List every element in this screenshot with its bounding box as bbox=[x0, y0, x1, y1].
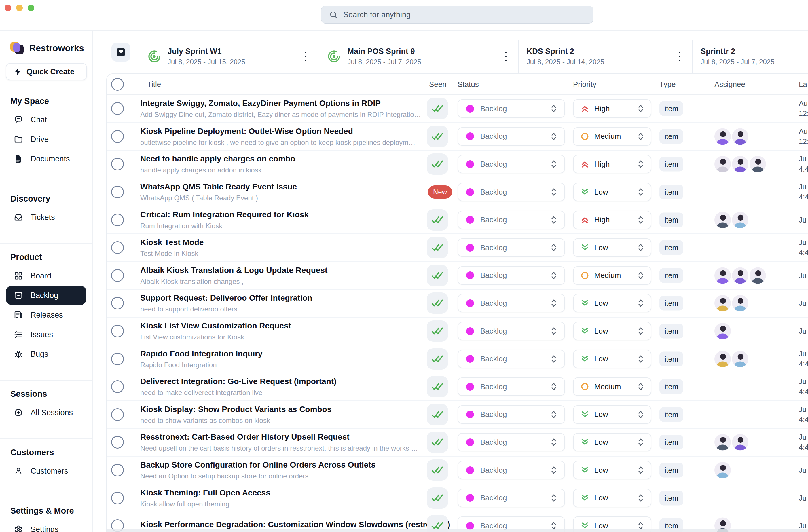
assignee-avatar[interactable] bbox=[732, 434, 748, 451]
assignee-avatar[interactable] bbox=[714, 267, 731, 283]
row-checkbox[interactable] bbox=[111, 492, 124, 505]
task-row[interactable]: Kiosk Pipeline Deployment: Outlet-Wise O… bbox=[107, 123, 808, 151]
priority-select[interactable]: Medium bbox=[573, 266, 651, 285]
row-checkbox[interactable] bbox=[111, 214, 124, 226]
sidebar-item-all-sessions[interactable]: All Sessions bbox=[6, 403, 86, 422]
status-select[interactable]: Backlog bbox=[458, 489, 565, 507]
status-select[interactable]: Backlog bbox=[458, 155, 565, 173]
status-select[interactable]: Backlog bbox=[458, 211, 565, 229]
status-select[interactable]: Backlog bbox=[458, 294, 565, 312]
assignee-avatar[interactable] bbox=[732, 267, 748, 283]
priority-select[interactable]: High bbox=[573, 99, 651, 118]
search-input[interactable]: Search for anything bbox=[321, 6, 593, 24]
row-checkbox[interactable] bbox=[111, 241, 124, 254]
close-window-button[interactable] bbox=[5, 5, 11, 11]
assignee-avatar[interactable] bbox=[714, 212, 731, 228]
assignee-avatar[interactable] bbox=[732, 156, 748, 172]
row-checkbox[interactable] bbox=[111, 464, 124, 476]
priority-select[interactable]: Low bbox=[573, 183, 651, 201]
task-row[interactable]: Integrate Swiggy, Zomato, EazyDiner Paym… bbox=[107, 95, 808, 123]
status-select[interactable]: Backlog bbox=[458, 183, 565, 201]
status-select[interactable]: Backlog bbox=[458, 99, 565, 118]
row-checkbox[interactable] bbox=[111, 325, 124, 337]
task-row[interactable]: Critical: Rum Integration Required for K… bbox=[107, 206, 808, 234]
assignee-avatar[interactable] bbox=[714, 434, 731, 451]
zoom-window-button[interactable] bbox=[27, 5, 34, 11]
assignee-avatar[interactable] bbox=[732, 351, 748, 367]
task-row[interactable]: Backup Store Configuration for Online Or… bbox=[107, 457, 808, 484]
sprint-section[interactable]: July Sprint W1 Jul 8, 2025 - Jul 15, 202… bbox=[139, 40, 318, 73]
task-row[interactable]: WhatsApp QMS Table Ready Event Issue Wha… bbox=[107, 179, 808, 206]
row-checkbox[interactable] bbox=[111, 380, 124, 393]
status-select[interactable]: Backlog bbox=[458, 238, 565, 257]
task-row[interactable]: Kiosk Display: Show Product Variants as … bbox=[107, 401, 808, 429]
assignee-avatar[interactable] bbox=[750, 267, 766, 283]
sidebar-item-documents[interactable]: Documents bbox=[6, 149, 86, 169]
priority-select[interactable]: Low bbox=[573, 405, 651, 424]
sprint-menu-button[interactable] bbox=[503, 50, 508, 63]
task-row[interactable]: Albaik Kiosk Translation & Logo Update R… bbox=[107, 262, 808, 290]
assignee-avatar[interactable] bbox=[750, 156, 766, 172]
sidebar-item-bugs[interactable]: Bugs bbox=[6, 344, 86, 364]
assignee-avatar[interactable] bbox=[732, 128, 748, 145]
sprint-section[interactable]: KDS Sprint 2 Jul 8, 2025 - Jul 14, 2025 bbox=[519, 40, 693, 73]
row-checkbox[interactable] bbox=[111, 186, 124, 198]
priority-select[interactable]: Low bbox=[573, 489, 651, 507]
priority-select[interactable]: Low bbox=[573, 294, 651, 312]
minimize-window-button[interactable] bbox=[16, 5, 23, 11]
priority-select[interactable]: High bbox=[573, 155, 651, 173]
assignee-avatar[interactable] bbox=[714, 295, 731, 311]
sidebar-item-customers[interactable]: Customers bbox=[6, 461, 86, 481]
task-row[interactable]: Deliverect Integration: Go-Live Request … bbox=[107, 373, 808, 401]
priority-select[interactable]: High bbox=[573, 211, 651, 229]
status-select[interactable]: Backlog bbox=[458, 266, 565, 285]
sidebar-item-releases[interactable]: Releases bbox=[6, 305, 86, 325]
priority-select[interactable]: Medium bbox=[573, 378, 651, 396]
sprint-section[interactable]: Sprinttr 2 Jul 8, 2025 - Jul 7, 2025 bbox=[693, 40, 808, 73]
sprint-menu-button[interactable] bbox=[677, 50, 682, 63]
assignee-avatar[interactable] bbox=[714, 323, 731, 340]
row-checkbox[interactable] bbox=[111, 102, 124, 115]
sidebar-item-settings[interactable]: Settings bbox=[6, 520, 86, 532]
assignee-avatar[interactable] bbox=[714, 462, 731, 478]
priority-select[interactable]: Low bbox=[573, 433, 651, 452]
assignee-avatar[interactable] bbox=[714, 128, 731, 145]
sprint-section[interactable]: Main POS Sprint 9 Jul 8, 2025 - Jul 7, 2… bbox=[318, 40, 518, 73]
assignee-avatar[interactable] bbox=[714, 156, 731, 172]
assignee-avatar[interactable] bbox=[714, 351, 731, 367]
select-all-checkbox[interactable] bbox=[111, 78, 124, 91]
sidebar-item-drive[interactable]: Drive bbox=[6, 130, 86, 149]
sidebar-item-backlog[interactable]: Backlog bbox=[6, 286, 86, 305]
quick-create-button[interactable]: Quick Create bbox=[6, 63, 87, 80]
status-select[interactable]: Backlog bbox=[458, 127, 565, 146]
task-row[interactable]: Rapido Food Integration Inquiry Rapido F… bbox=[107, 345, 808, 373]
priority-select[interactable]: Low bbox=[573, 238, 651, 257]
priority-select[interactable]: Low bbox=[573, 322, 651, 340]
status-select[interactable]: Backlog bbox=[458, 322, 565, 340]
status-select[interactable]: Backlog bbox=[458, 350, 565, 368]
sidebar-item-board[interactable]: Board bbox=[6, 266, 86, 286]
assignee-avatar[interactable] bbox=[732, 212, 748, 228]
task-row[interactable]: Need to handle apply charges on combo ha… bbox=[107, 150, 808, 179]
status-select[interactable]: Backlog bbox=[458, 405, 565, 424]
task-row[interactable]: Kiosk Test Mode Test Mode in Kiosk Backl… bbox=[107, 234, 808, 262]
row-checkbox[interactable] bbox=[111, 353, 124, 365]
view-toggle-button[interactable] bbox=[111, 42, 130, 61]
assignee-avatar[interactable] bbox=[732, 295, 748, 311]
row-checkbox[interactable] bbox=[111, 158, 124, 170]
task-row[interactable]: Kiosk Performance Degradation: Customiza… bbox=[107, 512, 808, 532]
status-select[interactable]: Backlog bbox=[458, 461, 565, 479]
sidebar-item-issues[interactable]: Issues bbox=[6, 325, 86, 344]
row-checkbox[interactable] bbox=[111, 269, 124, 282]
row-checkbox[interactable] bbox=[111, 408, 124, 421]
row-checkbox[interactable] bbox=[111, 130, 124, 143]
task-row[interactable]: Resstronext: Cart-Based Order History Up… bbox=[107, 429, 808, 457]
row-checkbox[interactable] bbox=[111, 297, 124, 310]
task-row[interactable]: Support Request: Deliveroo Offer Integra… bbox=[107, 290, 808, 317]
status-select[interactable]: Backlog bbox=[458, 378, 565, 396]
row-checkbox[interactable] bbox=[111, 436, 124, 448]
task-row[interactable]: Kiosk Theming: Full Open Access Kiosk al… bbox=[107, 484, 808, 512]
priority-select[interactable]: Medium bbox=[573, 127, 651, 146]
sidebar-item-chat[interactable]: Chat bbox=[6, 110, 86, 130]
sidebar-item-tickets[interactable]: Tickets bbox=[6, 207, 86, 227]
